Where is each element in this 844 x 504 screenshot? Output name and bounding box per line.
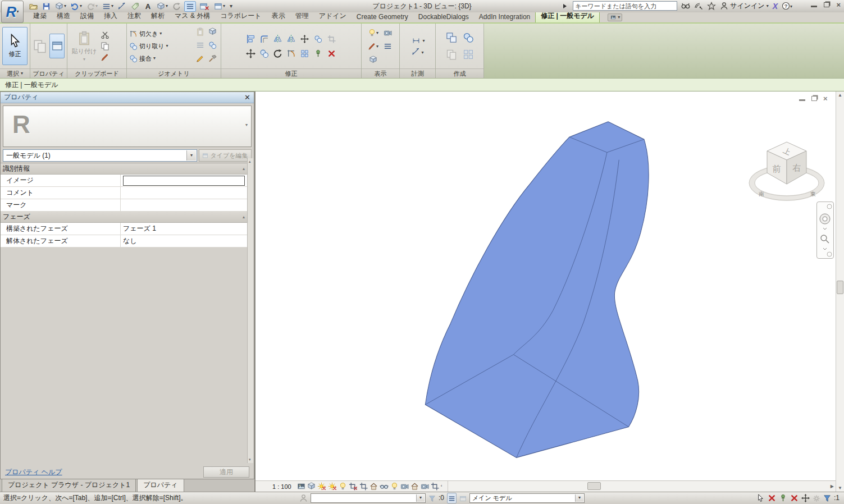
- rotate-button[interactable]: [273, 49, 282, 58]
- horizontal-scrollbar[interactable]: ▶: [448, 481, 836, 492]
- horizontal-scroll-thumb[interactable]: [587, 482, 601, 490]
- design-option-select[interactable]: メイン モデル ▾: [469, 493, 585, 503]
- panel-geometry-label[interactable]: ジオメトリ: [127, 68, 221, 78]
- paste-button[interactable]: 貼り付け ▾: [70, 27, 99, 65]
- favorites-star-icon[interactable]: [707, 2, 716, 11]
- cut-to-clipboard-button[interactable]: [101, 30, 110, 39]
- customize-qat-button[interactable]: ▾: [229, 3, 234, 10]
- settings-gear-icon[interactable]: [813, 494, 820, 502]
- design-option-dropdown-icon[interactable]: ▾: [575, 494, 583, 502]
- sun-path-icon[interactable]: [317, 482, 326, 491]
- shadows-icon[interactable]: [328, 482, 337, 491]
- measure-tool-button[interactable]: ▾: [410, 36, 425, 44]
- tab-project-browser[interactable]: プロジェクト ブラウザ - プロジェクト1: [2, 479, 136, 492]
- panel-clipboard-label[interactable]: クリップボード: [67, 68, 126, 78]
- sync-with-central-button[interactable]: ▾: [54, 2, 67, 11]
- demolish-button[interactable]: [208, 54, 217, 62]
- panel-modify-label[interactable]: 修正: [221, 68, 361, 78]
- view-restore-button[interactable]: [811, 96, 817, 101]
- unlocked-3d-view-icon[interactable]: [369, 482, 378, 491]
- scroll-up-icon[interactable]: ▲: [836, 93, 844, 98]
- undo-button[interactable]: ▾: [70, 2, 83, 11]
- hide-elements-button[interactable]: ▾: [368, 28, 378, 36]
- aligned-dimension-button[interactable]: [130, 2, 140, 11]
- align-button[interactable]: [246, 34, 256, 44]
- panel-select-label[interactable]: 選択▾: [0, 68, 30, 78]
- select-by-face-toggle[interactable]: [790, 494, 799, 502]
- type-properties-button[interactable]: [33, 38, 47, 54]
- offset-button[interactable]: [259, 34, 269, 44]
- paint-button[interactable]: [196, 27, 204, 35]
- measure-button[interactable]: [117, 2, 127, 11]
- ribbon-display-toggle[interactable]: ▾: [608, 13, 622, 21]
- nav-wheel-mini-icon[interactable]: [827, 204, 832, 209]
- dimension-button[interactable]: ▾: [411, 48, 423, 56]
- temporary-view-properties-icon[interactable]: [400, 482, 409, 491]
- zoom-caret-icon[interactable]: [823, 248, 827, 250]
- restore-button[interactable]: [824, 2, 829, 7]
- exclude-options-icon[interactable]: [459, 494, 467, 502]
- reveal-hidden-elements-icon[interactable]: [390, 482, 399, 491]
- reveal-lines-button[interactable]: [384, 42, 392, 50]
- reveal-constraints-icon[interactable]: [431, 482, 439, 491]
- cope-button[interactable]: 切欠き▾: [129, 28, 168, 40]
- unjoin-button[interactable]: [208, 40, 217, 49]
- redo-button[interactable]: ▾: [85, 2, 99, 11]
- mirror-draw-axis-button[interactable]: [273, 34, 282, 44]
- preview-caret-icon[interactable]: ▾: [245, 123, 248, 127]
- editable-only-icon[interactable]: [428, 494, 436, 502]
- create-assembly-button[interactable]: [463, 49, 474, 60]
- tab-dockable-dialogs[interactable]: DockableDialogs: [413, 12, 474, 22]
- search-input[interactable]: [573, 1, 677, 11]
- compass-south-label[interactable]: 南: [759, 191, 764, 197]
- vertical-scrollbar[interactable]: ▲ ▼: [836, 91, 844, 492]
- crop-view-icon[interactable]: [349, 482, 358, 491]
- communication-center-icon[interactable]: [694, 2, 703, 11]
- thin-lines-toggle[interactable]: [184, 1, 196, 12]
- zoom-icon[interactable]: [821, 235, 827, 241]
- highlight-displacement-icon[interactable]: [421, 482, 429, 491]
- modify-button[interactable]: 修正: [2, 27, 28, 65]
- infocenter-toggle-icon[interactable]: [563, 4, 569, 8]
- edit-type-button[interactable]: タイプを編集: [199, 149, 252, 162]
- param-value[interactable]: フェーズ 1: [121, 223, 247, 235]
- text-button[interactable]: [143, 2, 153, 11]
- show-analytical-model-icon[interactable]: [410, 482, 419, 491]
- section-collapse-icon[interactable]: ▴: [243, 214, 245, 219]
- apply-button[interactable]: 適用: [203, 466, 249, 478]
- select-links-toggle[interactable]: [756, 494, 765, 502]
- type-preview[interactable]: R ▾: [3, 106, 252, 147]
- search-icon[interactable]: [681, 2, 690, 11]
- compass-east-label[interactable]: 東: [810, 191, 816, 197]
- select-pinned-toggle[interactable]: [779, 494, 787, 502]
- application-menu-button[interactable]: R▾: [1, 1, 24, 23]
- vertical-scroll-thumb[interactable]: [837, 281, 843, 294]
- cut-geometry-button[interactable]: 切り取り▾: [129, 40, 168, 52]
- close-hidden-windows-button[interactable]: [198, 2, 211, 11]
- displace-elements-button[interactable]: [369, 55, 377, 63]
- viewbar-more-icon[interactable]: ‹: [441, 484, 442, 488]
- close-button[interactable]: ×: [836, 2, 841, 7]
- param-value[interactable]: [121, 187, 247, 199]
- match-type-button[interactable]: [101, 53, 110, 62]
- properties-help-link[interactable]: プロパティ ヘルプ: [5, 468, 62, 477]
- panel-measure-label[interactable]: 計測: [400, 68, 435, 78]
- param-value[interactable]: なし: [121, 235, 247, 247]
- save-button[interactable]: [41, 2, 52, 11]
- beam-joins-button[interactable]: [196, 40, 204, 49]
- move-button[interactable]: [246, 49, 256, 58]
- active-workset-select[interactable]: ▾: [311, 493, 426, 503]
- wall-joins-button[interactable]: [208, 27, 217, 35]
- temporary-hide-isolate-icon[interactable]: [380, 482, 389, 491]
- param-value[interactable]: [121, 175, 247, 186]
- palette-scrollbar[interactable]: ▴▾: [247, 158, 253, 463]
- load-as-group-button[interactable]: [446, 49, 457, 60]
- properties-palette-header[interactable]: プロパティ ✕: [1, 92, 254, 103]
- array-button[interactable]: [300, 49, 309, 57]
- wheel-caret-icon[interactable]: [823, 228, 827, 230]
- mirror-pick-axis-button[interactable]: [286, 34, 296, 44]
- delete-button[interactable]: [327, 49, 336, 57]
- tab-create-geometry[interactable]: Create Geometry: [352, 12, 413, 22]
- default-3d-view-button[interactable]: ▾: [156, 2, 169, 11]
- view-close-button[interactable]: ×: [823, 96, 828, 101]
